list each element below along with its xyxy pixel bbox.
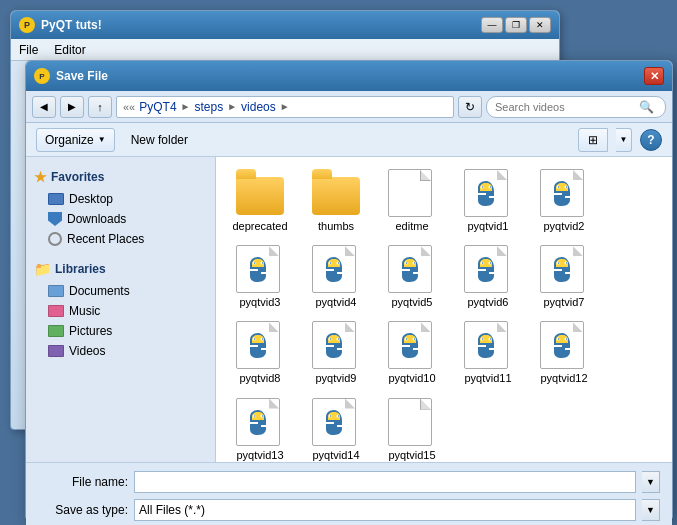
file-item[interactable]: pyqtvid15 (376, 394, 448, 462)
menu-file[interactable]: File (19, 43, 38, 57)
favorites-header[interactable]: ★ Favorites (26, 165, 215, 189)
forward-btn[interactable]: ▶ (60, 96, 84, 118)
downloads-icon (48, 212, 62, 226)
python-file-icon (464, 169, 512, 217)
bg-restore-btn[interactable]: ❐ (505, 17, 527, 33)
recent-icon (48, 232, 62, 246)
file-label: pyqtvid8 (240, 372, 281, 385)
python-file-icon (464, 321, 512, 369)
file-item[interactable]: pyqtvid9 (300, 317, 372, 389)
bg-minimize-btn[interactable]: — (481, 17, 503, 33)
videos-icon (48, 345, 64, 357)
up-btn[interactable]: ↑ (88, 96, 112, 118)
file-label: editme (395, 220, 428, 233)
python-file-icon (540, 245, 588, 293)
sidebar-item-downloads[interactable]: Downloads (26, 209, 215, 229)
file-label: pyqtvid15 (388, 449, 435, 462)
file-item[interactable]: deprecated (224, 165, 296, 237)
toolbar: Organize ▼ New folder ⊞ ▼ ? (26, 123, 672, 157)
file-item[interactable]: pyqtvid1 (452, 165, 524, 237)
file-item[interactable]: pyqtvid11 (452, 317, 524, 389)
svg-point-54 (330, 415, 331, 416)
svg-point-34 (330, 339, 331, 340)
savetype-dropdown-btn[interactable]: ▼ (642, 499, 660, 521)
svg-point-18 (406, 262, 407, 263)
python-file-icon (312, 398, 360, 446)
folder-icon (312, 169, 360, 217)
music-icon (48, 305, 64, 317)
savetype-select[interactable]: All Files (*.*) (134, 499, 636, 521)
file-item[interactable]: pyqtvid4 (300, 241, 372, 313)
desktop-icon (48, 193, 64, 205)
sidebar-item-pictures[interactable]: Pictures (26, 321, 215, 341)
view-dropdown-btn[interactable]: ▼ (616, 128, 632, 152)
file-item[interactable]: pyqtvid14 (300, 394, 372, 462)
savetype-value: All Files (*.*) (139, 503, 205, 517)
path-steps[interactable]: steps (195, 100, 224, 114)
sidebar-item-videos[interactable]: Videos (26, 341, 215, 361)
svg-point-30 (254, 339, 255, 340)
folder-shape (236, 177, 284, 215)
content-area: ★ Favorites Desktop Downloads Recent Pla… (26, 157, 672, 462)
bg-title: PyQT tuts! (41, 18, 475, 32)
search-input[interactable] (495, 101, 635, 113)
help-btn[interactable]: ? (640, 129, 662, 151)
svg-point-43 (490, 339, 491, 340)
path-pyqt4[interactable]: PyQT4 (139, 100, 176, 114)
libraries-header[interactable]: 📁 Libraries (26, 257, 215, 281)
organize-label: Organize (45, 133, 94, 147)
file-item[interactable]: pyqtvid2 (528, 165, 600, 237)
file-item[interactable]: pyqtvid12 (528, 317, 600, 389)
refresh-btn[interactable]: ↻ (458, 96, 482, 118)
documents-label: Documents (69, 284, 130, 298)
file-item[interactable]: pyqtvid13 (224, 394, 296, 462)
path-videos[interactable]: videos (241, 100, 276, 114)
file-item[interactable]: pyqtvid7 (528, 241, 600, 313)
python-file-icon (540, 321, 588, 369)
sidebar-item-desktop[interactable]: Desktop (26, 189, 215, 209)
bg-app-icon: P (19, 17, 35, 33)
sidebar: ★ Favorites Desktop Downloads Recent Pla… (26, 157, 216, 462)
menu-editor[interactable]: Editor (54, 43, 85, 57)
modal-close-btn[interactable]: ✕ (644, 67, 664, 85)
organize-arrow-icon: ▼ (98, 135, 106, 144)
python-file-icon (388, 245, 436, 293)
back-btn[interactable]: ◀ (32, 96, 56, 118)
file-item[interactable]: editme (376, 165, 448, 237)
svg-point-51 (262, 415, 263, 416)
filename-row: File name: ▼ (38, 471, 660, 493)
generic-file-icon (388, 169, 436, 217)
new-folder-btn[interactable]: New folder (123, 128, 196, 152)
file-item[interactable]: pyqtvid3 (224, 241, 296, 313)
search-icon: 🔍 (639, 100, 654, 114)
libraries-label: Libraries (55, 262, 106, 276)
file-item[interactable]: pyqtvid10 (376, 317, 448, 389)
sidebar-item-documents[interactable]: Documents (26, 281, 215, 301)
svg-point-2 (482, 186, 483, 187)
folder-shape (312, 177, 360, 215)
python-file-icon (540, 169, 588, 217)
bg-titlebar: P PyQT tuts! — ❐ ✕ (11, 11, 559, 39)
file-item[interactable]: pyqtvid6 (452, 241, 524, 313)
search-box[interactable]: 🔍 (486, 96, 666, 118)
svg-point-38 (406, 339, 407, 340)
bg-close-btn[interactable]: ✕ (529, 17, 551, 33)
sidebar-item-recent[interactable]: Recent Places (26, 229, 215, 249)
organize-btn[interactable]: Organize ▼ (36, 128, 115, 152)
address-path[interactable]: «« PyQT4 ► steps ► videos ► (116, 96, 454, 118)
modal-app-icon: P (34, 68, 50, 84)
address-bar: ◀ ▶ ↑ «« PyQT4 ► steps ► videos ► ↻ 🔍 (26, 91, 672, 123)
python-file-icon (236, 321, 284, 369)
filename-dropdown-btn[interactable]: ▼ (642, 471, 660, 493)
file-label: pyqtvid3 (240, 296, 281, 309)
filename-input[interactable] (134, 471, 636, 493)
sidebar-item-music[interactable]: Music (26, 301, 215, 321)
view-btn[interactable]: ⊞ (578, 128, 608, 152)
file-label: pyqtvid2 (544, 220, 585, 233)
python-file-icon (388, 321, 436, 369)
svg-point-11 (262, 262, 263, 263)
file-item[interactable]: thumbs (300, 165, 372, 237)
modal-titlebar: P Save File ✕ (26, 61, 672, 91)
file-item[interactable]: pyqtvid5 (376, 241, 448, 313)
file-item[interactable]: pyqtvid8 (224, 317, 296, 389)
